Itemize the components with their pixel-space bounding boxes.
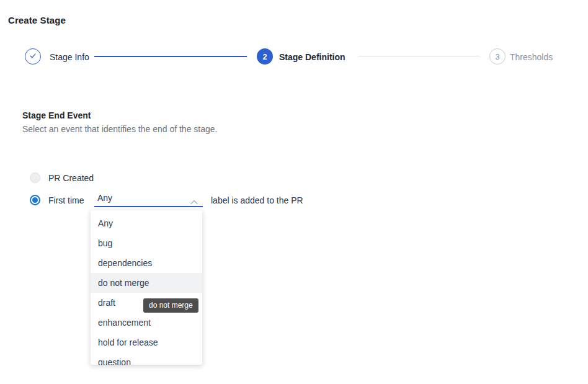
label-select-suffix: label is added to the PR — [211, 195, 303, 205]
section-heading: Stage End Event — [22, 110, 91, 120]
dropdown-option-question[interactable]: question — [91, 352, 202, 365]
step-2-label[interactable]: Stage Definition — [279, 52, 345, 62]
radio-pr-created-label[interactable]: PR Created — [48, 173, 94, 183]
step-1-circle[interactable] — [25, 48, 41, 65]
dropdown-option-do-not-merge[interactable]: do not merge — [91, 273, 202, 293]
dropdown-option-enhancement[interactable]: enhancement — [91, 313, 202, 333]
step-3-label[interactable]: Thresholds — [510, 52, 553, 62]
chevron-up-icon — [190, 196, 198, 207]
step-1-label[interactable]: Stage Info — [50, 52, 89, 62]
label-select-value: Any — [97, 193, 112, 203]
dropdown-option-hold-for-release[interactable]: hold for release — [91, 333, 202, 352]
radio-first-time-label[interactable]: First time — [48, 195, 84, 205]
step-3-number: 3 — [495, 52, 499, 61]
label-dropdown-menu: Any bug dependencies do not merge draft … — [91, 210, 202, 365]
page-title: Create Stage — [8, 15, 66, 25]
stepper-connector-2 — [359, 56, 479, 56]
section-description: Select an event that identifies the end … — [22, 124, 217, 134]
label-select[interactable]: Any — [94, 191, 203, 207]
create-stage-dialog: Create Stage Stage Info 2 Stage Definiti… — [0, 0, 588, 384]
step-2-circle[interactable]: 2 — [257, 48, 273, 65]
radio-first-time[interactable] — [30, 195, 40, 205]
dropdown-option-dependencies[interactable]: dependencies — [91, 253, 202, 273]
radio-pr-created[interactable] — [30, 172, 40, 183]
check-icon — [29, 51, 37, 62]
tooltip: do not merge — [143, 298, 198, 313]
dropdown-option-bug[interactable]: bug — [91, 233, 202, 253]
stepper-connector-1 — [94, 56, 247, 57]
step-3-circle[interactable]: 3 — [489, 48, 506, 65]
step-2-number: 2 — [262, 52, 267, 61]
dropdown-option-any[interactable]: Any — [91, 213, 202, 233]
